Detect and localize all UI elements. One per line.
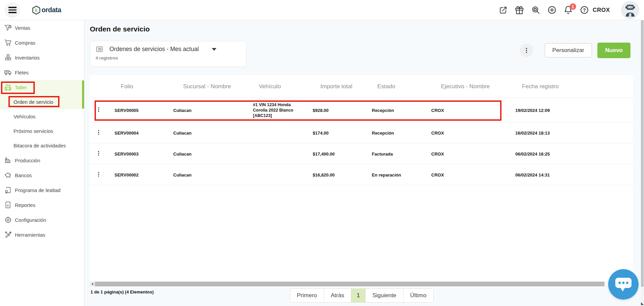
svg-text:?: ? <box>583 7 586 13</box>
kebab-icon <box>96 150 101 157</box>
sidebar-active-section: Taller Orden de servicio <box>0 80 84 109</box>
cell-sucursal: Culiacan <box>173 130 191 135</box>
main-content: Orden de servicio Ordenes de servicios -… <box>84 20 641 306</box>
column-header-estado[interactable]: Estado <box>378 83 395 90</box>
pagination-page-1-button[interactable]: 1 <box>351 289 365 302</box>
new-button[interactable]: Nuevo <box>597 43 630 58</box>
page-actions: Personalizar Nuevo <box>520 43 630 58</box>
sidebar-item-fletes[interactable]: Fletes <box>0 65 84 80</box>
kebab-icon <box>96 106 101 113</box>
svg-text:k: k <box>35 7 38 13</box>
create-new-icon[interactable] <box>547 5 557 15</box>
kebab-icon <box>96 171 101 178</box>
column-header-importe[interactable]: Importe total <box>320 83 353 90</box>
personalize-button[interactable]: Personalizar <box>545 43 592 57</box>
column-header-sucursal[interactable]: Sucursal - Nombre <box>183 83 231 90</box>
kebab-icon <box>96 129 101 136</box>
shopping-cart-icon <box>3 38 13 47</box>
scroll-corner-grip <box>641 302 644 305</box>
cell-estado: En reparación <box>372 172 401 177</box>
row-actions-button[interactable] <box>96 106 101 114</box>
pagination-prev-button[interactable]: Atrás <box>324 289 351 302</box>
open-new-window-icon[interactable] <box>499 5 508 15</box>
gifts-icon[interactable] <box>515 5 524 15</box>
column-header-fecha[interactable]: Fecha registro <box>522 83 559 90</box>
workshop-car-icon <box>3 83 13 92</box>
notification-count-badge: 1 <box>570 3 576 10</box>
sidebar-item-configuracion[interactable]: Configuración <box>0 212 84 227</box>
cell-importe: $17,400.00 <box>313 151 335 156</box>
sidebar-item-taller[interactable]: Taller <box>0 80 84 95</box>
sidebar-item-programa-de-lealtad[interactable]: Programa de lealtad <box>0 183 84 197</box>
chat-bubble-icon <box>614 276 633 293</box>
row-actions-button[interactable] <box>96 171 101 179</box>
cell-ejecutivo: CROX <box>431 130 444 135</box>
view-filter-dropdown[interactable]: Ordenes de servicios - Mes actual 4 regi… <box>90 41 247 67</box>
table-row[interactable]: SERV00003 Culiacan $17,400.00 Facturada … <box>90 143 633 164</box>
loyalty-document-icon <box>3 186 13 194</box>
cell-sucursal: Culiacan <box>173 108 191 113</box>
pagination-first-button[interactable]: Primero <box>290 289 324 302</box>
sidebar-item-label: Bitacora de actividades <box>14 143 66 148</box>
report-document-icon <box>3 201 13 209</box>
topbar-actions: 1 ? CROX <box>499 1 641 19</box>
cell-fecha: 06/02/2024 16:25 <box>515 151 550 156</box>
advanced-search-icon[interactable] <box>531 5 540 15</box>
sidebar-item-proximo-servicios[interactable]: Próximo servicios <box>0 124 84 138</box>
sidebar-item-vehiculos[interactable]: Vehículos <box>0 109 84 124</box>
horizontal-scrollbar <box>90 282 633 286</box>
column-header-ejecutivo[interactable]: Ejecutivo - Nombre <box>441 83 490 90</box>
column-header-folio[interactable]: Folio <box>121 83 133 90</box>
sidebar-item-label: Herramientas <box>15 232 45 238</box>
sidebar-item-label: Inventarios <box>15 55 40 61</box>
service-orders-table: Folio Sucursal - Nombre Vehículo Importe… <box>90 75 633 281</box>
pagination-last-button[interactable]: Último <box>403 289 433 302</box>
notifications-bell-icon[interactable]: 1 <box>564 5 573 15</box>
row-actions-button[interactable] <box>96 150 101 158</box>
sidebar-item-herramientas[interactable]: Herramientas <box>0 227 84 242</box>
cell-ejecutivo: CROX <box>431 172 444 177</box>
sidebar-item-label: Compras <box>15 40 35 46</box>
sidebar: $ Ventas Compras Inventarios Fletes Tall… <box>0 20 84 306</box>
sidebar-item-produccion[interactable]: Producción <box>0 153 84 168</box>
table-row[interactable]: SERV00005 Culiacan #1 VIN 1234 Honda Cor… <box>90 98 633 122</box>
column-header-vehiculo[interactable]: Vehículo <box>259 83 281 90</box>
vertical-scrollbar-thumb[interactable] <box>641 20 644 287</box>
filter-view-name: Ordenes de servicios - Mes actual <box>109 46 199 53</box>
cell-folio: SERV00002 <box>114 172 138 177</box>
cell-estado: Facturada <box>372 151 393 156</box>
chat-support-button[interactable] <box>608 269 639 300</box>
horizontal-scrollbar-thumb[interactable] <box>95 282 604 286</box>
cell-fecha: 16/02/2024 18:13 <box>515 130 550 135</box>
more-options-button[interactable] <box>520 44 533 57</box>
sidebar-item-orden-de-servicio[interactable]: Orden de servicio <box>0 95 84 109</box>
table-row[interactable]: SERV00004 Culiacan $174.00 Recepción CRO… <box>90 122 633 143</box>
kordata-logo[interactable]: k ordata <box>32 5 61 15</box>
sidebar-item-label: Producción <box>15 158 40 163</box>
user-name-label[interactable]: CROX <box>593 7 610 14</box>
pagination: Primero Atrás 1 Siguiente Último <box>290 288 434 303</box>
factory-icon <box>3 156 13 165</box>
sidebar-item-bitacora-de-actividades[interactable]: Bitacora de actividades <box>0 138 84 153</box>
sidebar-item-compras[interactable]: Compras <box>0 35 84 50</box>
cell-ejecutivo: CROX <box>431 108 444 113</box>
gear-icon <box>3 215 13 224</box>
row-actions-button[interactable] <box>96 129 101 137</box>
cell-fecha: 06/02/2024 14:31 <box>515 172 550 177</box>
scroll-left-arrow[interactable] <box>90 282 95 286</box>
sidebar-item-label: Vehículos <box>14 114 35 119</box>
kebab-icon <box>523 47 530 54</box>
pagination-next-button[interactable]: Siguiente <box>365 289 403 302</box>
sidebar-item-inventarios[interactable]: Inventarios <box>0 50 84 65</box>
sidebar-item-label: Taller <box>15 85 27 90</box>
hamburger-menu-button[interactable] <box>5 2 20 18</box>
table-row[interactable]: SERV00002 Culiacan $16,820.00 En reparac… <box>90 164 633 185</box>
cell-folio: SERV00005 <box>114 108 138 113</box>
sidebar-item-reportes[interactable]: Reportes <box>0 197 84 212</box>
sidebar-item-label: Reportes <box>15 202 35 208</box>
user-avatar[interactable] <box>621 1 639 19</box>
sidebar-item-ventas[interactable]: $ Ventas <box>0 20 84 35</box>
help-icon[interactable]: ? <box>580 5 589 15</box>
cell-sucursal: Culiacan <box>173 172 191 177</box>
sidebar-item-bancos[interactable]: Bancos <box>0 168 84 183</box>
